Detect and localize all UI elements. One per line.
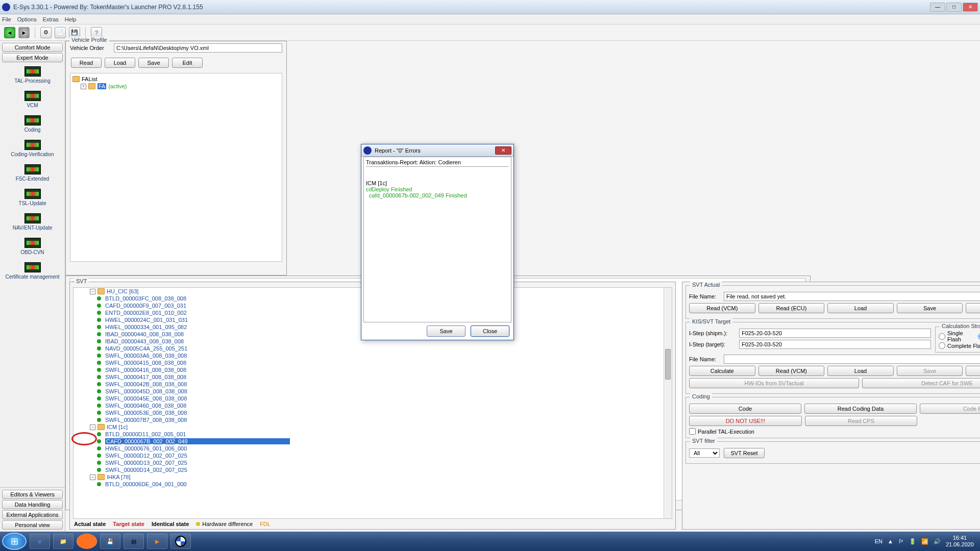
tree-item[interactable]: BTLD_000003FC_008_038_008 [105, 295, 186, 302]
istep-shipm-combo[interactable] [739, 329, 931, 338]
dialog-close-button[interactable]: ✕ [495, 146, 511, 155]
kis-load-button[interactable]: Load [827, 366, 894, 376]
vo-tree[interactable]: FAList +FA(active) [70, 73, 282, 262]
vo-path-input[interactable] [114, 43, 282, 53]
expand-icon[interactable]: − [90, 424, 95, 430]
tree-item[interactable]: SWFL_00000416_008_038_008 [105, 367, 186, 373]
tray-lang[interactable]: EN [875, 538, 883, 544]
tray-clock[interactable]: 16:4121.06.2020 [946, 535, 974, 548]
code-button[interactable]: Code [689, 404, 801, 414]
sidebar-item-tal[interactable]: TAL-Processing [2, 63, 63, 87]
sidebar-item-nav[interactable]: NAV/ENT-Update [2, 210, 63, 234]
tree-item[interactable]: SWFL_0000045E_008_038_008 [105, 395, 187, 402]
sidebar-item-vcm[interactable]: VCM [2, 88, 63, 111]
taskbar-bmw-icon[interactable] [170, 534, 191, 549]
vo-load-button[interactable]: Load [105, 58, 135, 68]
kis-filename-input[interactable] [724, 355, 980, 364]
svt-load-button[interactable]: Load [827, 303, 894, 313]
forward-icon[interactable]: ► [18, 27, 30, 38]
tray-chevron-icon[interactable]: ▲ [888, 538, 893, 544]
menu-options[interactable]: Options [17, 16, 37, 22]
tree-item[interactable]: BTLD_000006DE_004_001_000 [105, 481, 187, 487]
sidebar-item-tsl[interactable]: TSL-Update [2, 186, 63, 209]
parallel-tal-checkbox[interactable] [689, 428, 696, 435]
tree-item[interactable]: CAFD_0000067B_002_002_049 [105, 438, 290, 444]
tree-item[interactable]: SWFL_00000D14_002_007_025 [105, 467, 187, 473]
do-not-use-button[interactable]: DO NOT USE!!! [689, 416, 802, 426]
personal-view-button[interactable]: Personal view [2, 520, 63, 530]
filter-combo[interactable]: All [689, 448, 720, 458]
kis-save-button[interactable]: Save [897, 366, 963, 376]
sidebar-item-cert[interactable]: Certificate management [2, 259, 63, 283]
svt-save-button[interactable]: Save [897, 303, 963, 313]
tree-item[interactable]: SWFL_000003A6_008_038_008 [105, 353, 187, 359]
svt-reset-button[interactable]: SVT Reset [724, 448, 765, 458]
comfort-mode-button[interactable]: Comfort Mode [2, 43, 63, 52]
editors-viewers-button[interactable]: Editors & Viewers [2, 490, 63, 499]
sidebar-item-fsc[interactable]: FSC-Extended [2, 161, 63, 185]
tree-item[interactable]: SWFL_00000415_008_038_008 [105, 360, 186, 366]
taskbar-explorer-icon[interactable]: 📁 [53, 534, 74, 549]
menu-file[interactable]: File [2, 16, 11, 22]
vo-save-button[interactable]: Save [138, 58, 169, 68]
tree-item[interactable]: NAVD_00005C4A_255_005_251 [105, 345, 187, 352]
svt-filename-input[interactable] [724, 292, 980, 301]
close-button[interactable]: ✕ [963, 3, 978, 12]
tree-item[interactable]: HU_CIC [63] [107, 288, 138, 294]
tree-item[interactable]: HWEL_00000676_001_006_000 [105, 445, 187, 452]
start-button[interactable]: ⊞ [2, 533, 27, 550]
taskbar-app1-icon[interactable]: ▤ [124, 534, 144, 549]
tree-item[interactable]: IBAD_00000443_008_038_008 [105, 338, 184, 344]
kis-read-vcm-button[interactable]: Read (VCM) [758, 366, 825, 376]
construction-radio[interactable] [978, 333, 980, 340]
detect-caf-button[interactable]: Detect CAF for SWE [862, 378, 980, 388]
taskbar-firefox-icon[interactable] [77, 534, 97, 549]
sidebar-item-coding[interactable]: Coding [2, 112, 63, 136]
menu-extras[interactable]: Extras [43, 16, 59, 22]
tree-item[interactable]: SWFL_00000D13_002_007_025 [105, 460, 187, 466]
expand-icon[interactable]: + [81, 84, 86, 89]
complete-flash-radio[interactable] [939, 342, 945, 349]
tree-item[interactable]: HWEL_00000334_001_095_082 [105, 324, 187, 330]
vo-edit-button[interactable]: Edit [172, 58, 203, 68]
expand-icon[interactable]: − [90, 289, 95, 294]
sidebar-item-coding-verification[interactable]: Coding-Verification [2, 137, 63, 160]
tree-item[interactable]: SWFL_00000417_008_038_008 [105, 374, 186, 380]
dialog-save-button[interactable]: Save [427, 325, 465, 337]
minimize-button[interactable]: — [930, 3, 945, 12]
dialog-titlebar[interactable]: Report - "0" Errors ✕ [361, 144, 513, 157]
tree-item[interactable]: IBAD_00000440_008_038_008 [105, 331, 184, 337]
tree-item[interactable]: SWFL_0000042B_008_038_008 [105, 381, 187, 387]
svt-scrollbar[interactable] [664, 288, 672, 518]
tree-item[interactable]: CAFD_000000F9_007_003_031 [105, 303, 186, 309]
taskbar-media-icon[interactable]: ▶ [147, 534, 167, 549]
taskbar-save-icon[interactable]: 💾 [100, 534, 120, 549]
tree-item[interactable]: SWFL_0000045D_008_038_008 [105, 388, 187, 394]
expand-icon[interactable]: − [90, 474, 95, 480]
kis-edit-button[interactable]: Edit [966, 366, 980, 376]
tray-volume-icon[interactable]: 🔊 [934, 538, 941, 545]
read-vcm-button[interactable]: Read (VCM) [689, 303, 755, 313]
tree-item[interactable]: HWEL_0000024C_001_031_031 [105, 317, 188, 323]
tree-item[interactable]: IHKA [78] [107, 474, 130, 480]
hwids-button[interactable]: HW-IDs from SVTactual [689, 378, 859, 388]
tool-button-1[interactable]: ⚙ [40, 27, 52, 38]
tool-button-2[interactable]: 📄 [55, 27, 66, 38]
tree-item[interactable]: BTLD_00000D11_002_005_001 [105, 431, 186, 437]
menu-help[interactable]: Help [65, 16, 77, 22]
tray-battery-icon[interactable]: 🔋 [909, 538, 916, 545]
sidebar-item-obd[interactable]: OBD-CVN [2, 235, 63, 258]
read-ecu-button[interactable]: Read (ECU) [758, 303, 825, 313]
tree-item[interactable]: SWFL_000007B7_008_038_008 [105, 417, 187, 423]
tree-item[interactable]: SWFL_00000460_008_038_008 [105, 403, 186, 409]
read-coding-button[interactable]: Read Coding Data [804, 404, 917, 414]
external-apps-button[interactable]: External Applications [2, 510, 63, 519]
tree-item[interactable]: SWFL_00000D12_002_007_025 [105, 453, 187, 459]
istep-target-combo[interactable] [739, 340, 931, 349]
calculate-button[interactable]: Calculate [689, 366, 755, 376]
dialog-close-ok-button[interactable]: Close [471, 325, 509, 337]
svt-edit-button[interactable]: Edit [966, 303, 980, 313]
tree-item[interactable]: ENTD_000002E8_001_010_002 [105, 310, 187, 316]
single-flash-radio[interactable] [939, 333, 945, 340]
back-icon[interactable]: ◄ [4, 27, 15, 38]
